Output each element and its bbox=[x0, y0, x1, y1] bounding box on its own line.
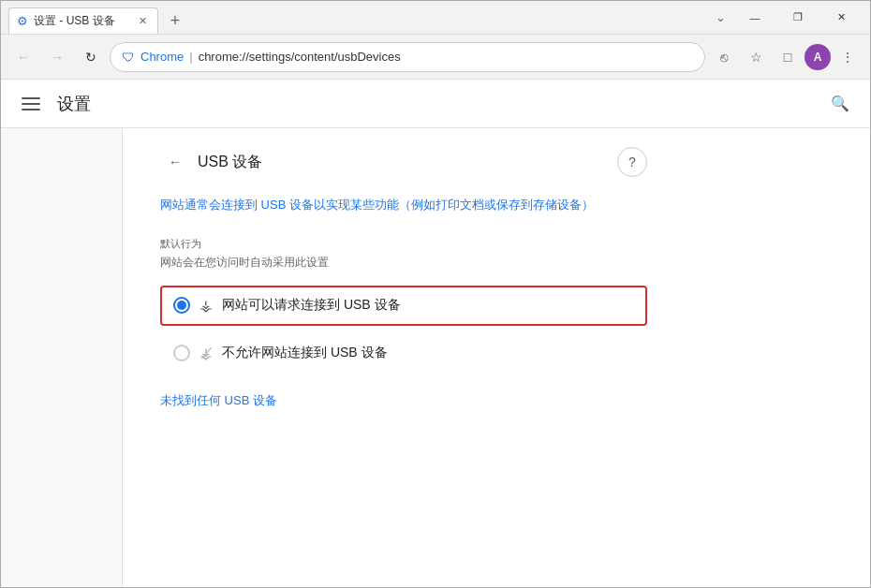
minimize-icon: — bbox=[750, 12, 760, 23]
browser-window: ⚙ 设置 - USB 设备 ✕ + ⌄ — ❐ ✕ ← → bbox=[0, 0, 871, 588]
hamburger-line-2 bbox=[22, 103, 40, 105]
refresh-icon: ↻ bbox=[85, 50, 96, 65]
back-icon: ← bbox=[17, 50, 30, 65]
chevron-down-icon[interactable]: ⌄ bbox=[716, 10, 726, 24]
page-content: 设置 🔍 ← USB 设备 bbox=[1, 80, 870, 587]
extension-icon: □ bbox=[784, 50, 791, 65]
usb-icon-allow: ⚶ bbox=[199, 297, 213, 315]
forward-button[interactable]: → bbox=[42, 42, 72, 72]
usb-page-title: USB 设备 bbox=[198, 153, 262, 172]
back-button[interactable]: ← bbox=[8, 42, 38, 72]
window-controls: ⌄ — ❐ ✕ bbox=[716, 5, 863, 31]
help-icon: ? bbox=[628, 154, 636, 169]
tab-close-button[interactable]: ✕ bbox=[135, 14, 150, 29]
share-button[interactable]: ⎋ bbox=[709, 42, 739, 72]
hamburger-line-1 bbox=[22, 97, 40, 99]
settings-main: ← USB 设备 ? 网站通常会连接到 USB 设备以实现某些功能（例如打印文档… bbox=[1, 128, 870, 587]
settings-search-button[interactable]: 🔍 bbox=[825, 89, 855, 119]
tab-favicon: ⚙ bbox=[17, 14, 28, 28]
radio-option-deny[interactable]: ⚶̸ 不允许网站连接到 USB 设备 bbox=[160, 333, 647, 374]
extension-button[interactable]: □ bbox=[773, 42, 803, 72]
profile-letter: A bbox=[814, 51, 822, 64]
menu-dots-icon: ⋮ bbox=[841, 50, 854, 65]
radio-option-allow[interactable]: ⚶ 网站可以请求连接到 USB 设备 bbox=[160, 286, 647, 326]
url-path-text: chrome://settings/content/usbDevices bbox=[199, 50, 401, 64]
hamburger-menu-button[interactable] bbox=[16, 89, 46, 119]
tab-area: ⚙ 设置 - USB 设备 ✕ + bbox=[8, 1, 716, 34]
url-bar[interactable]: 🛡 Chrome | chrome://settings/content/usb… bbox=[110, 42, 705, 72]
default-behavior-label: 默认行为 bbox=[160, 237, 647, 251]
help-button[interactable]: ? bbox=[617, 147, 647, 177]
url-actions: ⎋ ☆ □ A ⋮ bbox=[709, 42, 863, 72]
radio-inner-allow bbox=[177, 301, 186, 310]
radio-option2-text: 不允许网站连接到 USB 设备 bbox=[222, 345, 388, 361]
menu-button[interactable]: ⋮ bbox=[833, 42, 863, 72]
refresh-button[interactable]: ↻ bbox=[76, 42, 106, 72]
forward-icon: → bbox=[51, 50, 64, 65]
usb-header: ← USB 设备 ? bbox=[160, 147, 647, 177]
url-chrome-label: Chrome bbox=[140, 50, 184, 64]
settings-topbar: 设置 🔍 bbox=[1, 80, 870, 128]
radio-circle-allow bbox=[173, 297, 190, 314]
bookmark-button[interactable]: ☆ bbox=[741, 42, 771, 72]
usb-icon-deny: ⚶̸ bbox=[199, 345, 213, 362]
usb-header-left: ← USB 设备 bbox=[160, 147, 262, 177]
search-icon: 🔍 bbox=[831, 95, 849, 112]
minimize-button[interactable]: — bbox=[733, 5, 776, 31]
titlebar: ⚙ 设置 - USB 设备 ✕ + ⌄ — ❐ ✕ bbox=[1, 1, 870, 35]
settings-sidebar bbox=[1, 128, 123, 587]
usb-description: 网站通常会连接到 USB 设备以实现某些功能（例如打印文档或保存到存储设备） bbox=[160, 196, 647, 214]
close-button[interactable]: ✕ bbox=[819, 5, 863, 31]
tab-title: 设置 - USB 设备 bbox=[34, 13, 129, 29]
settings-main-content: ← USB 设备 ? 网站通常会连接到 USB 设备以实现某些功能（例如打印文档… bbox=[123, 128, 870, 587]
active-tab[interactable]: ⚙ 设置 - USB 设备 ✕ bbox=[8, 7, 158, 34]
close-icon: ✕ bbox=[837, 11, 846, 23]
profile-button[interactable]: A bbox=[805, 44, 831, 70]
share-icon: ⎋ bbox=[720, 50, 728, 65]
settings-page-title: 设置 bbox=[57, 93, 91, 115]
new-tab-button[interactable]: + bbox=[162, 7, 188, 34]
hamburger-line-3 bbox=[22, 109, 40, 110]
usb-devices-page: ← USB 设备 ? 网站通常会连接到 USB 设备以实现某些功能（例如打印文档… bbox=[123, 128, 685, 428]
addressbar: ← → ↻ 🛡 Chrome | chrome://settings/conte… bbox=[1, 35, 870, 80]
security-icon: 🛡 bbox=[122, 50, 135, 65]
star-icon: ☆ bbox=[750, 50, 762, 65]
radio-option1-text: 网站可以请求连接到 USB 设备 bbox=[222, 297, 401, 314]
back-arrow-icon: ← bbox=[169, 154, 182, 169]
radio-circle-deny bbox=[173, 345, 190, 361]
no-devices-text: 未找到任何 USB 设备 bbox=[160, 392, 647, 409]
usb-back-button[interactable]: ← bbox=[160, 147, 190, 177]
default-behavior-sublabel: 网站会在您访问时自动采用此设置 bbox=[160, 255, 647, 271]
restore-icon: ❐ bbox=[793, 11, 803, 23]
url-separator: | bbox=[189, 50, 192, 64]
restore-button[interactable]: ❐ bbox=[776, 5, 819, 31]
